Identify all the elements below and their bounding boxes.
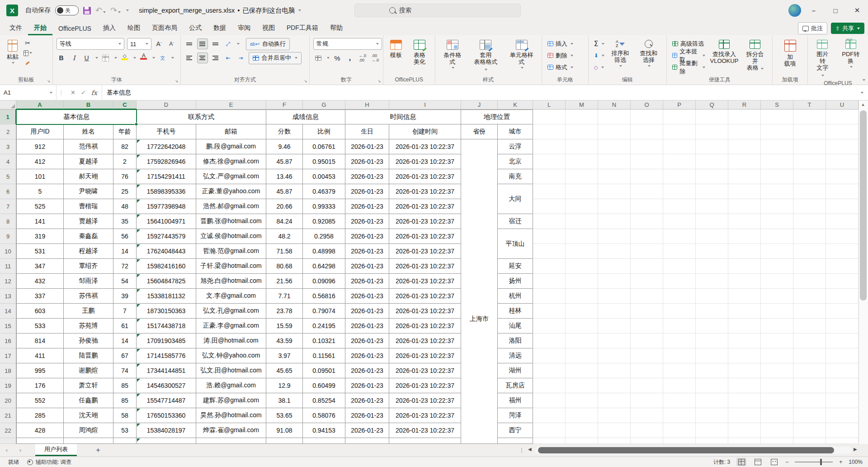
cell-C4[interactable]: 2 [113, 154, 137, 169]
column-header-R[interactable]: R [728, 100, 761, 110]
cell-E21[interactable]: 昊然.孙@hotmail.com [196, 408, 266, 423]
cell-C19[interactable]: 85 [113, 378, 137, 393]
underline-button[interactable]: U [82, 53, 92, 63]
cell-E16[interactable]: 涛.田@hotmail.com [196, 334, 266, 348]
empty-cell[interactable] [631, 244, 663, 259]
cell-H14[interactable]: 2026-01-23 [345, 304, 389, 319]
underline-chevron-icon[interactable] [95, 57, 98, 59]
number-format-select[interactable]: 常规 [313, 38, 382, 50]
empty-cell[interactable] [631, 393, 663, 408]
addins-button[interactable]: 加载项 [781, 38, 799, 69]
empty-cell[interactable] [566, 259, 598, 274]
cell-I23-partial[interactable] [389, 438, 461, 444]
row-header-21[interactable]: 21 [0, 408, 16, 423]
cell-C11[interactable]: 72 [113, 259, 137, 274]
cell-D4[interactable]: 17592826946 [137, 154, 196, 169]
align-middle-button[interactable] [197, 38, 208, 49]
cell-D19[interactable]: 14546300527 [137, 378, 196, 393]
column-header-E[interactable]: E [196, 100, 266, 110]
cell-F5[interactable]: 13.46 [266, 169, 303, 184]
cell-C13[interactable]: 39 [113, 289, 137, 304]
empty-cell[interactable] [793, 304, 826, 319]
empty-cell[interactable] [826, 393, 859, 408]
empty-cell[interactable] [598, 244, 631, 259]
cell-B10[interactable]: 程越泽 [64, 244, 113, 259]
empty-cell[interactable] [826, 184, 859, 199]
cell-A11[interactable]: 347 [16, 259, 64, 274]
cell-K20[interactable]: 福州 [498, 393, 533, 408]
cell-K22[interactable]: 西宁 [498, 423, 533, 438]
column-header-M[interactable]: M [566, 100, 598, 110]
empty-cell[interactable] [598, 154, 631, 169]
formula-content[interactable]: 基本信息 [102, 85, 855, 100]
empty-cell[interactable] [533, 154, 566, 169]
empty-cell[interactable] [663, 214, 696, 229]
cell-C17[interactable]: 67 [113, 348, 137, 363]
empty-cell[interactable] [826, 319, 859, 334]
cell-I22[interactable]: 2026-01-23 10:22:37 [389, 423, 461, 438]
cell-C5[interactable]: 76 [113, 169, 137, 184]
empty-cell[interactable] [728, 334, 761, 348]
empty-cell[interactable] [696, 348, 728, 363]
cell-A21[interactable]: 285 [16, 408, 64, 423]
cell-K6-merged[interactable]: 大同 [498, 184, 533, 214]
cell-A5[interactable]: 101 [16, 169, 64, 184]
cell-D9[interactable]: 15927443579 [137, 229, 196, 244]
cell-C6[interactable]: 25 [113, 184, 137, 199]
column-title-G[interactable]: 比例 [303, 124, 345, 139]
empty-cell[interactable] [566, 438, 598, 444]
empty-cell[interactable] [826, 274, 859, 289]
cell-F7[interactable]: 20.66 [266, 199, 303, 214]
tab-help[interactable]: 帮助 [324, 22, 349, 35]
cell-A16[interactable]: 814 [16, 334, 64, 348]
empty-cell[interactable] [696, 393, 728, 408]
zoom-slider[interactable] [795, 462, 833, 462]
increase-indent-button[interactable]: ⇥ [236, 53, 246, 63]
search-input[interactable]: 搜索 [354, 4, 521, 17]
cell-F16[interactable]: 43.59 [266, 334, 303, 348]
format-painter-button[interactable] [23, 58, 33, 68]
cell-H5[interactable]: 2026-01-23 [345, 169, 389, 184]
cell-H23-partial[interactable] [345, 438, 389, 444]
empty-cell[interactable] [663, 423, 696, 438]
cell-B20[interactable]: 任鑫鹏 [64, 393, 113, 408]
collapse-ribbon-icon[interactable] [862, 75, 865, 83]
column-header-K[interactable]: K [498, 100, 533, 110]
empty-cell[interactable] [728, 408, 761, 423]
column-title-K[interactable]: 城市 [498, 124, 533, 139]
cell-F19[interactable]: 12.9 [266, 378, 303, 393]
empty-cell[interactable] [793, 110, 826, 124]
empty-cell[interactable] [793, 124, 826, 139]
increase-decimal-button[interactable]: ←.0.00 [358, 53, 368, 63]
empty-cell[interactable] [728, 259, 761, 274]
column-title-D[interactable]: 手机号 [137, 124, 196, 139]
group-header-H1[interactable]: 时间信息 [345, 110, 461, 124]
group-header-J1[interactable]: 地理位置 [461, 110, 533, 124]
cell-B15[interactable]: 苏苑博 [64, 319, 113, 334]
cell-I17[interactable]: 2026-01-23 10:22:37 [389, 348, 461, 363]
cell-D14[interactable]: 18730150363 [137, 304, 196, 319]
cell-A8[interactable]: 141 [16, 214, 64, 229]
clipboard-dialog-launcher-icon[interactable]: ↘ [47, 79, 51, 83]
empty-cell[interactable] [663, 363, 696, 378]
empty-cell[interactable] [631, 124, 663, 139]
sheetbar-more-icon[interactable]: ⋮ [519, 447, 524, 453]
cell-K9-merged[interactable]: 平顶山 [498, 229, 533, 259]
empty-cell[interactable] [761, 214, 793, 229]
column-header-S[interactable]: S [761, 100, 793, 110]
cell-D16[interactable]: 17091903485 [137, 334, 196, 348]
empty-cell[interactable] [728, 378, 761, 393]
conditional-formatting-button[interactable]: 条件格式 [439, 38, 466, 71]
column-title-I[interactable]: 创建时间 [389, 124, 461, 139]
cell-A19[interactable]: 176 [16, 378, 64, 393]
empty-cell[interactable] [663, 304, 696, 319]
cell-H18[interactable]: 2026-01-23 [345, 363, 389, 378]
cell-A10[interactable]: 531 [16, 244, 64, 259]
empty-cell[interactable] [663, 124, 696, 139]
empty-cell[interactable] [728, 348, 761, 363]
minimize-button[interactable]: − [803, 0, 825, 21]
empty-cell[interactable] [728, 169, 761, 184]
bold-button[interactable]: B [57, 53, 66, 63]
empty-cell[interactable] [826, 259, 859, 274]
empty-cell[interactable] [663, 319, 696, 334]
